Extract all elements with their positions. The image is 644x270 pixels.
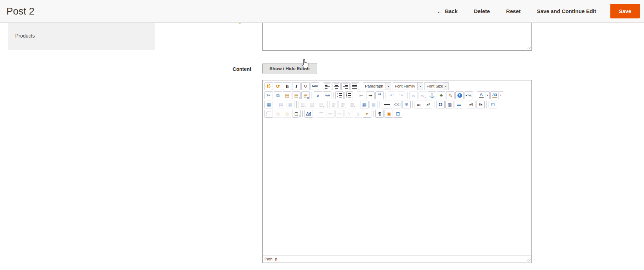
toggle-guidelines-button[interactable]: ⊞ <box>402 101 411 108</box>
toolbar-separator <box>412 101 413 108</box>
align-center-icon <box>334 84 339 89</box>
indent-button[interactable]: ⇥ <box>366 91 375 99</box>
left-to-right-button[interactable]: ▸¶ <box>467 101 475 108</box>
insert-table-button[interactable]: ▦ <box>264 101 273 108</box>
toolbar-separator <box>465 101 465 108</box>
insert-variable-button[interactable]: ⟳ <box>274 82 282 90</box>
show-invisible-characters-button[interactable]: ¶ <box>375 110 384 118</box>
insert-widget-button[interactable]: {;} <box>264 82 273 90</box>
chevron-down-icon[interactable]: ▾ <box>485 91 490 99</box>
align-justify-button[interactable] <box>351 82 359 90</box>
back-arrow-icon: ← <box>437 8 442 14</box>
insert-row-before-button[interactable]: ▤↑ <box>298 101 307 108</box>
blockquote-button[interactable]: “ <box>375 91 384 99</box>
right-to-left-button[interactable]: ¶◂ <box>476 101 485 108</box>
insertion-button[interactable]: A <box>354 110 362 118</box>
fullscreen-button[interactable]: ⊡ <box>489 101 497 108</box>
citation-button[interactable]: ”” <box>317 110 325 118</box>
sidebar-item-products[interactable]: Products <box>8 23 155 39</box>
align-left-button[interactable] <box>323 82 331 90</box>
superscript-button[interactable]: x² <box>424 101 432 108</box>
back-button[interactable]: ← Back <box>437 8 458 14</box>
merge-cells-button[interactable]: ▦ <box>369 101 378 108</box>
move-forward-button[interactable]: ⧉ <box>274 110 282 118</box>
delete-row-button[interactable]: ▤✕ <box>317 101 325 108</box>
insert-edit-attributes-button[interactable]: ☛ <box>363 110 371 118</box>
redo-button[interactable]: ↷ <box>397 91 405 99</box>
edit-html-source-button[interactable]: HTML <box>465 91 473 99</box>
help-button[interactable]: ? <box>455 91 464 99</box>
text-color-button[interactable]: A <box>477 91 485 99</box>
help-icon: ? <box>457 93 462 98</box>
page: Short Description Products Content Show … <box>0 0 644 270</box>
insert-row-after-button[interactable]: ▤↓ <box>308 101 316 108</box>
insert-column-before-button[interactable]: ▥← <box>329 101 338 108</box>
find-button[interactable]: ⌕ <box>314 91 322 99</box>
toggle-absolute-position-button[interactable]: ▢+ <box>292 110 301 118</box>
align-right-button[interactable] <box>341 82 350 90</box>
horizontal-rule-button[interactable] <box>382 101 392 108</box>
undo-button[interactable]: ↶ <box>388 91 396 99</box>
non-breaking-space-button[interactable]: ▣ <box>384 110 393 118</box>
background-color-button[interactable]: ab <box>490 91 499 99</box>
acronym-button[interactable]: A.B.C. <box>335 110 344 118</box>
numbered-list-button[interactable] <box>344 91 353 99</box>
table-row-properties-button[interactable]: ▤ <box>277 101 285 108</box>
style-properties-button[interactable]: AA <box>304 110 313 118</box>
insert-link-button[interactable]: ∞ <box>409 91 418 99</box>
anchor-button[interactable]: ⚓ <box>428 91 436 99</box>
cut-button[interactable]: ✂ <box>264 91 273 99</box>
table-cell-properties-button[interactable]: ▦ <box>286 101 295 108</box>
special-character-button[interactable]: Ω <box>436 101 445 108</box>
path-value[interactable]: p <box>275 257 277 261</box>
font-family-select[interactable]: Font Family▾ <box>393 82 423 90</box>
insert-media-button[interactable]: ▥ <box>445 101 454 108</box>
bullet-list-button[interactable] <box>335 91 344 99</box>
insert-column-after-button[interactable]: ▥→ <box>338 101 347 108</box>
resize-grip-icon[interactable] <box>527 45 531 50</box>
font-size-select[interactable]: Font Size▾ <box>424 82 449 90</box>
horizontal-rule-icon <box>384 104 390 105</box>
wysiwyg-content[interactable] <box>263 119 531 255</box>
underline-button[interactable]: U <box>301 82 310 90</box>
subscript-button[interactable]: x₂ <box>415 101 423 108</box>
paste-from-word-button[interactable]: ▤W <box>301 91 310 99</box>
deletion-button[interactable]: A <box>344 110 353 118</box>
delete-button[interactable]: Delete <box>474 8 490 14</box>
save-button[interactable]: Save <box>610 4 640 18</box>
outdent-button[interactable]: ⇤ <box>357 91 365 99</box>
paste-as-text-button[interactable]: ▤T <box>292 91 301 99</box>
italic-button[interactable]: I <box>292 82 301 90</box>
insert-variable-icon: ⟳ <box>276 84 280 89</box>
table-row-properties-icon: ▤ <box>279 102 283 107</box>
delete-column-button[interactable]: ▥✕ <box>348 101 356 108</box>
insert-row-after-icon: ▤ <box>310 102 314 107</box>
bold-button[interactable]: B <box>283 82 291 90</box>
abbreviation-button[interactable]: ABBR <box>326 110 335 118</box>
paste-button[interactable]: ▤ <box>283 91 291 99</box>
content-label: Content <box>145 66 251 72</box>
resize-grip-icon[interactable] <box>526 258 531 262</box>
toolbar-row-3: ▦▤▦▤↑▤↓▤✕▥←▥→▥✕▦▦⌫⊞x₂x²Ω▥▬▸¶¶◂⊡ <box>264 100 530 109</box>
split-cells-button[interactable]: ▦ <box>360 101 369 108</box>
insert-media-icon: ▥ <box>448 102 452 107</box>
align-center-button[interactable] <box>332 82 341 90</box>
chevron-down-icon[interactable]: ▾ <box>499 91 503 99</box>
save-and-continue-button[interactable]: Save and Continue Edit <box>537 8 596 14</box>
remove-formatting-button[interactable]: ⌫ <box>393 101 401 108</box>
move-backward-button[interactable]: ⧉ <box>283 110 291 118</box>
cut-icon: ✂ <box>267 93 270 98</box>
insert-layer-button[interactable] <box>264 110 273 118</box>
paragraph-format-select[interactable]: Paragraph▾ <box>363 82 391 90</box>
reset-button[interactable]: Reset <box>506 8 521 14</box>
unlink-button[interactable]: ∞✕ <box>418 91 427 99</box>
cleanup-code-button[interactable]: ✎ <box>446 91 455 99</box>
insert-image-button[interactable]: ♣ <box>437 91 445 99</box>
paste-from-word-badge: W <box>306 96 309 99</box>
advanced-hr-button[interactable]: ▬ <box>455 101 463 108</box>
strikethrough-button[interactable]: ABC <box>310 82 319 90</box>
align-left-icon <box>325 84 330 89</box>
copy-button[interactable]: ⧉ <box>274 91 282 99</box>
find-replace-button[interactable]: A⇆B <box>323 91 331 99</box>
page-break-button[interactable]: ⊟ <box>394 110 402 118</box>
